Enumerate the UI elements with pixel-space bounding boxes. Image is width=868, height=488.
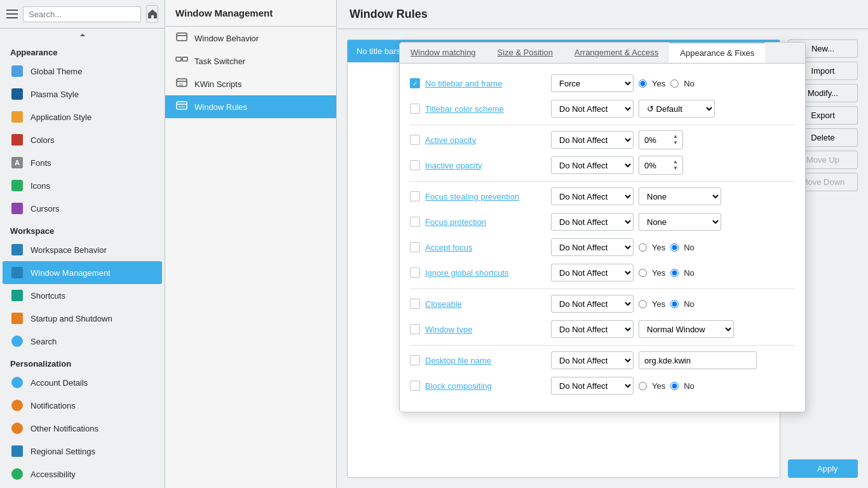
select-focus-stealing-val[interactable]: None Low Normal High Extreme xyxy=(639,187,721,205)
sidebar-item-colors[interactable]: Colors xyxy=(0,128,165,151)
select-no-titlebar[interactable]: Force Do Not Affect Apply Initially Reme… xyxy=(551,74,634,92)
sidebar-item-accessibility[interactable]: Accessibility xyxy=(0,463,165,485)
scroll-up-arrow[interactable] xyxy=(0,29,165,41)
tab-appearance-fixes[interactable]: Appearance & Fixes xyxy=(669,42,765,63)
sidebar-item-search[interactable]: Search xyxy=(0,330,165,353)
row-no-titlebar: No titlebar and frame Force Do Not Affec… xyxy=(410,74,795,93)
checkbox-ignore-shortcuts[interactable] xyxy=(410,268,420,278)
spinbox-down-active[interactable]: ▼ xyxy=(673,140,678,146)
radio-block-compositing: Yes No xyxy=(639,381,695,391)
label-inactive-opacity[interactable]: Inactive opacity xyxy=(425,161,546,170)
sidebar-item-fonts[interactable]: A Fonts xyxy=(0,151,165,174)
select-window-type[interactable]: Do Not Affect Apply Initially Force Reme… xyxy=(551,320,634,338)
home-button[interactable] xyxy=(146,5,158,23)
label-titlebar-color[interactable]: Titlebar color scheme xyxy=(425,104,546,114)
dialog-content: No titlebar and frame Force Do Not Affec… xyxy=(400,64,805,412)
select-window-type-val[interactable]: Normal Window Dialog Utility Splash xyxy=(639,320,734,338)
radio-yes-block-compositing[interactable] xyxy=(639,382,647,390)
select-desktop-file[interactable]: Do Not Affect Apply Initially Force Reme… xyxy=(551,351,634,369)
checkbox-focus-stealing[interactable] xyxy=(410,191,420,201)
label-desktop-file[interactable]: Desktop file name xyxy=(425,356,546,365)
checkbox-window-type[interactable] xyxy=(410,324,420,334)
label-focus-stealing[interactable]: Focus stealing prevention xyxy=(425,192,546,201)
label-active-opacity[interactable]: Active opacity xyxy=(425,135,546,145)
search-input[interactable] xyxy=(23,6,141,22)
radio-no-titlebar: Yes No xyxy=(639,79,695,88)
radio-yes-closeable[interactable] xyxy=(639,300,647,308)
spinbox-inactive-opacity-input[interactable] xyxy=(644,161,673,170)
middle-item-window-behavior[interactable]: Window Behavior xyxy=(165,27,336,50)
label-no-titlebar[interactable]: No titlebar and frame xyxy=(425,79,546,88)
select-focus-protection-val[interactable]: None Low Normal High Extreme xyxy=(639,213,721,231)
tab-window-matching[interactable]: Window matching xyxy=(400,43,487,63)
spinbox-up-inactive[interactable]: ▲ xyxy=(673,159,678,165)
radio-yes-no-titlebar[interactable] xyxy=(639,79,647,88)
tab-arrangement-access[interactable]: Arrangement & Access xyxy=(564,43,669,63)
radio-no-accept-focus[interactable] xyxy=(670,243,679,252)
select-focus-stealing[interactable]: Do Not Affect Apply Initially Force Reme… xyxy=(551,187,634,205)
sidebar-item-window-management[interactable]: Window Management xyxy=(3,261,162,284)
checkbox-inactive-opacity[interactable] xyxy=(410,160,420,170)
checkbox-accept-focus[interactable] xyxy=(410,242,420,252)
label-block-compositing[interactable]: Block compositing xyxy=(425,381,546,391)
select-titlebar-color-scheme[interactable]: ↺ Default xyxy=(639,100,715,118)
checkbox-titlebar-color[interactable] xyxy=(410,104,420,114)
checkbox-desktop-file[interactable] xyxy=(410,355,420,365)
select-active-opacity[interactable]: Do Not Affect Apply Initially Force Reme… xyxy=(551,131,634,149)
select-ignore-shortcuts[interactable]: Do Not Affect Apply Initially Force Reme… xyxy=(551,264,634,281)
radio-no-no-titlebar[interactable] xyxy=(670,79,679,88)
spinbox-up-active[interactable]: ▲ xyxy=(673,133,678,140)
radio-yes-ignore-shortcuts[interactable] xyxy=(639,269,647,277)
search-sidebar-icon xyxy=(10,334,24,348)
select-closeable[interactable]: Do Not Affect Apply Initially Force Reme… xyxy=(551,295,634,313)
access-icon xyxy=(10,467,24,481)
sidebar-item-application-style[interactable]: Application Style xyxy=(0,105,165,128)
checkbox-block-compositing[interactable] xyxy=(410,381,420,391)
label-focus-protection[interactable]: Focus protection xyxy=(425,217,546,227)
select-focus-protection[interactable]: Do Not Affect Apply Initially Force Reme… xyxy=(551,213,634,231)
menu-button[interactable] xyxy=(6,6,18,22)
sidebar-item-regional-settings[interactable]: Regional Settings xyxy=(0,440,165,463)
input-desktop-file[interactable] xyxy=(639,351,757,369)
app-style-icon xyxy=(10,110,24,124)
label-window-type[interactable]: Window type xyxy=(425,325,546,334)
tab-size-position[interactable]: Size & Position xyxy=(487,43,564,63)
radio-yes-accept-focus[interactable] xyxy=(639,243,647,252)
radio-no-ignore-shortcuts[interactable] xyxy=(670,269,679,277)
svg-rect-3 xyxy=(182,57,187,61)
sidebar-item-global-theme[interactable]: Global Theme xyxy=(0,60,165,83)
middle-item-kwin-scripts[interactable]: JS KWin Scripts xyxy=(165,72,336,95)
select-accept-focus[interactable]: Do Not Affect Apply Initially Force Reme… xyxy=(551,238,634,256)
sidebar-item-plasma-style[interactable]: Plasma Style xyxy=(0,83,165,105)
radio-no-block-compositing[interactable] xyxy=(670,382,679,390)
icons-icon xyxy=(10,179,24,193)
sidebar-item-cursors[interactable]: Cursors xyxy=(0,197,165,220)
sidebar-item-applications[interactable]: Applications xyxy=(0,485,165,488)
sidebar-item-startup-shutdown[interactable]: Startup and Shutdown xyxy=(0,307,165,330)
divider-1 xyxy=(410,125,795,125)
label-closeable[interactable]: Closeable xyxy=(425,299,546,309)
sidebar: Appearance Global Theme Plasma Style App… xyxy=(0,0,165,488)
checkbox-focus-protection[interactable] xyxy=(410,217,420,227)
select-titlebar-color[interactable]: Do Not Affect Apply Initially Force Reme… xyxy=(551,100,634,118)
checkbox-no-titlebar[interactable] xyxy=(410,78,420,88)
sidebar-item-workspace-behavior[interactable]: Workspace Behavior xyxy=(0,238,165,261)
sidebar-item-account-details[interactable]: Account Details xyxy=(0,371,165,394)
middle-item-task-switcher[interactable]: Task Switcher xyxy=(165,50,336,72)
sidebar-item-other-notifications[interactable]: Other Notifications xyxy=(0,417,165,440)
label-accept-focus[interactable]: Accept focus xyxy=(425,243,546,252)
checkbox-closeable[interactable] xyxy=(410,299,420,309)
select-block-compositing[interactable]: Do Not Affect Apply Initially Force Reme… xyxy=(551,377,634,395)
middle-item-window-rules[interactable]: Window Rules xyxy=(165,95,336,118)
svg-rect-7 xyxy=(177,102,187,109)
select-inactive-opacity[interactable]: Do Not Affect Apply Initially Force Reme… xyxy=(551,156,634,174)
spinbox-active-opacity-input[interactable] xyxy=(644,135,673,145)
sidebar-item-shortcuts[interactable]: Shortcuts xyxy=(0,284,165,307)
sidebar-item-icons[interactable]: Icons xyxy=(0,174,165,197)
sidebar-item-notifications[interactable]: Notifications xyxy=(0,394,165,417)
shortcuts-icon xyxy=(10,288,24,302)
spinbox-down-inactive[interactable]: ▼ xyxy=(673,165,678,172)
radio-no-closeable[interactable] xyxy=(670,300,679,308)
checkbox-active-opacity[interactable] xyxy=(410,135,420,145)
label-ignore-shortcuts[interactable]: Ignore global shortcuts xyxy=(425,268,546,278)
